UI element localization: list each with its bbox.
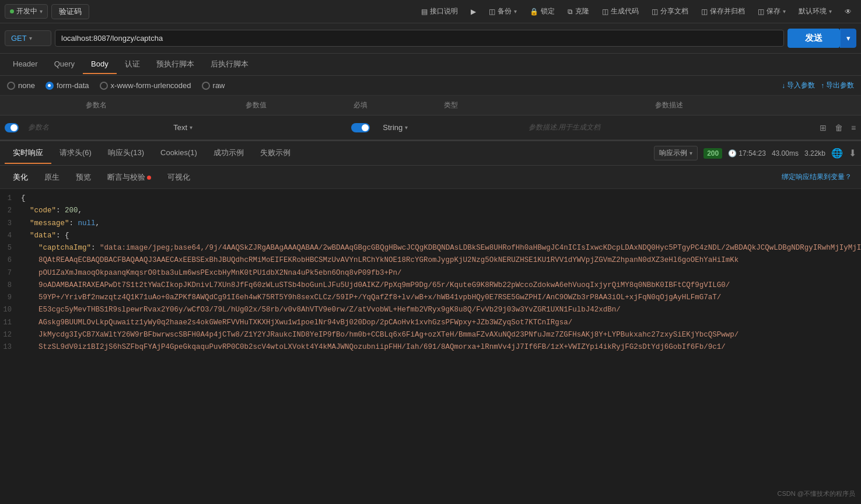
env-selector-chevron-icon: ▾ — [829, 8, 832, 15]
value-type-selector[interactable]: Text ▾ — [173, 123, 338, 132]
watermark: CSDN @不懂技术的程序员 — [778, 489, 855, 498]
rtab-cookies[interactable]: Cookies(1) — [152, 144, 205, 163]
col-required: 必填 — [343, 99, 378, 111]
example-chevron-icon: ▾ — [690, 150, 692, 156]
export-icon: ↑ — [821, 82, 824, 90]
ftab-visual[interactable]: 可视化 — [159, 168, 198, 187]
response-size: 3.22kb — [804, 149, 825, 158]
line-num-4: 4 — [0, 230, 21, 242]
col-name: 参数名 — [23, 99, 169, 111]
url-input[interactable] — [55, 30, 784, 47]
json-line-6: 6 8QAtREAAqECBAQDBACFBAQAAQJ3AAECAxEEBSE… — [0, 254, 861, 267]
json-line-11: 11 AGskg9BUUMLOvLkpQuwaitz1yWy0q2haae2s4… — [0, 317, 861, 329]
download-button[interactable]: ⬇ — [849, 148, 856, 159]
params-table: 参数名 参数值 必填 类型 参数描述 参数名 Text ▾ String ▾ — [0, 96, 861, 140]
format-row: 美化 原生 预览 断言与校验 可视化 绑定响应结果到变量？ — [0, 166, 861, 189]
export-params-button[interactable]: ↑ 导出参数 — [821, 80, 854, 90]
method-selector[interactable]: GET ▾ — [5, 30, 51, 46]
ftab-preview[interactable]: 预览 — [68, 168, 99, 187]
ftab-assert[interactable]: 断言与校验 — [99, 168, 159, 187]
run-button[interactable]: ▶ — [466, 5, 481, 18]
add-row-button[interactable]: ⊞ — [817, 122, 829, 134]
lock-button[interactable]: 🔒 锁定 — [525, 4, 559, 19]
save-chevron-icon: ▾ — [783, 8, 786, 15]
rtab-realtime[interactable]: 实时响应 — [5, 143, 51, 164]
globe-button[interactable]: 🌐 — [831, 148, 843, 159]
param-name-placeholder: 参数名 — [28, 123, 49, 131]
import-params-button[interactable]: ↓ 导入参数 — [782, 80, 815, 90]
json-view[interactable]: 1 { 2 "code": 200, 3 "message": null, 4 … — [0, 189, 861, 411]
col-type: 类型 — [378, 99, 523, 111]
example-label: 响应示例 — [659, 148, 687, 158]
col-value: 参数值 — [169, 99, 343, 111]
type-chevron-icon: ▾ — [405, 124, 408, 131]
bind-result-button[interactable]: 绑定响应结果到变量？ — [777, 170, 856, 184]
archive-icon: ◫ — [701, 8, 708, 16]
body-type-none[interactable]: none — [7, 81, 35, 90]
response-section: 实时响应 请求头(6) 响应头(13) Cookies(1) 成功示例 失败示例… — [0, 140, 861, 411]
json-line-10: 10 E53cgc5yMevTHBS1R9slpewrRvax2Y06y/wCf… — [0, 304, 861, 316]
radio-formdata — [46, 82, 54, 90]
body-type-urlencoded[interactable]: x-www-form-urlencoded — [100, 81, 191, 90]
col-toggle — [0, 99, 23, 111]
body-type-formdata[interactable]: form-data — [46, 81, 89, 90]
tab-auth[interactable]: 认证 — [117, 54, 148, 75]
row-type-cell: String ▾ — [378, 121, 523, 134]
backup-button[interactable]: ◫ 备份 ▾ — [484, 4, 522, 19]
api-doc-button[interactable]: ▤ 接口说明 — [416, 4, 463, 19]
required-switch[interactable] — [351, 123, 370, 132]
rtab-success-example[interactable]: 成功示例 — [205, 143, 252, 164]
enable-switch[interactable] — [5, 123, 19, 132]
radio-raw — [202, 82, 210, 90]
row-required-cell[interactable] — [343, 121, 378, 135]
json-line-3: 3 "message": null, — [0, 218, 861, 230]
env-selector[interactable]: 开发中 ▾ — [5, 4, 48, 19]
visibility-button[interactable]: 👁 — [840, 5, 856, 18]
json-line-1: 1 { — [0, 192, 861, 205]
row-toggle[interactable] — [0, 121, 23, 135]
backup-chevron-icon: ▾ — [514, 8, 517, 15]
json-line-5: 5 "captchaImg": "data:image/jpeg;base64,… — [0, 242, 861, 254]
more-row-button[interactable]: ≡ — [849, 122, 858, 134]
clock-icon: 🕐 — [728, 149, 737, 158]
generate-code-button[interactable]: ◫ 生成代码 — [597, 4, 643, 19]
params-table-header: 参数名 参数值 必填 类型 参数描述 — [0, 96, 861, 116]
run-icon: ▶ — [471, 8, 476, 16]
line-num-3: 3 — [0, 218, 21, 229]
tab-pre-script[interactable]: 预执行脚本 — [148, 54, 202, 75]
tab-query[interactable]: Query — [46, 55, 83, 74]
tab-header[interactable]: Header — [5, 55, 46, 74]
line-num-1: 1 — [0, 192, 21, 204]
save-archive-button[interactable]: ◫ 保存并归档 — [696, 4, 750, 19]
response-time: 🕐 17:54:23 — [728, 149, 766, 158]
tab-title: 验证码 — [51, 4, 89, 19]
json-line-2: 2 "code": 200, — [0, 205, 861, 217]
status-badge: 200 — [704, 148, 722, 159]
share-doc-button[interactable]: ◫ 分享文档 — [647, 4, 693, 19]
rtab-request-headers[interactable]: 请求头(6) — [51, 143, 100, 164]
save-button[interactable]: ◫ 保存 ▾ — [753, 4, 790, 19]
env-selector-btn[interactable]: 默认环境 ▾ — [794, 4, 836, 19]
value-type-label: Text — [173, 123, 187, 132]
ftab-raw[interactable]: 原生 — [36, 168, 68, 187]
response-meta: 响应示例 ▾ 200 🕐 17:54:23 43.00ms 3.22kb 🌐 ⬇ — [654, 146, 856, 160]
row-value-cell: Text ▾ — [169, 121, 343, 134]
delete-row-button[interactable]: 🗑 — [832, 122, 845, 134]
tab-body[interactable]: Body — [83, 55, 117, 74]
body-type-row: none form-data x-www-form-urlencoded raw… — [0, 76, 861, 96]
top-bar: 开发中 ▾ 验证码 ▤ 接口说明 ▶ ◫ 备份 ▾ 🔒 锁定 ⧉ 克隆 ◫ 生成… — [0, 0, 861, 23]
ftab-beautify[interactable]: 美化 — [5, 168, 36, 187]
param-desc-placeholder: 参数描述,用于生成文档 — [528, 123, 600, 131]
send-button[interactable]: 发送 — [788, 29, 840, 48]
response-example-btn[interactable]: 响应示例 ▾ — [654, 146, 698, 160]
line-num-9: 9 — [0, 292, 21, 303]
type-selector[interactable]: String ▾ — [383, 123, 519, 132]
body-type-raw[interactable]: raw — [202, 81, 225, 90]
clone-button[interactable]: ⧉ 克隆 — [563, 4, 594, 19]
tab-post-script[interactable]: 后执行脚本 — [202, 54, 257, 75]
line-num-13: 13 — [0, 341, 21, 353]
send-arrow-button[interactable]: ▾ — [840, 29, 856, 48]
method-chevron-icon: ▾ — [29, 35, 32, 41]
rtab-fail-example[interactable]: 失败示例 — [252, 143, 299, 164]
rtab-response-headers[interactable]: 响应头(13) — [100, 143, 152, 164]
